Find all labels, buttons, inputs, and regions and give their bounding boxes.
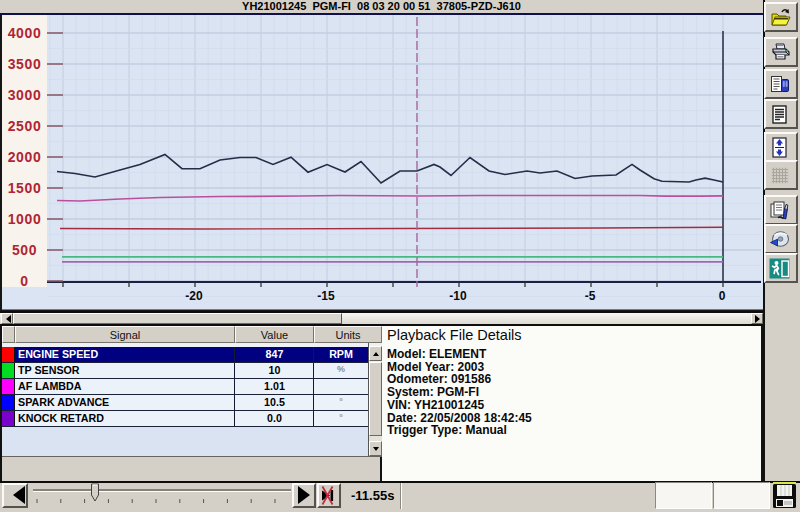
svg-text:-15: -15 [317, 289, 335, 303]
svg-text:0: 0 [719, 289, 726, 303]
svg-text:0: 0 [20, 273, 28, 289]
svg-text:-20: -20 [185, 289, 203, 303]
svg-text:-5: -5 [585, 289, 596, 303]
svg-text:500: 500 [12, 242, 37, 258]
svg-text:3000: 3000 [8, 87, 42, 103]
svg-text:2500: 2500 [8, 118, 42, 134]
svg-text:1500: 1500 [8, 180, 42, 196]
svg-text:1000: 1000 [8, 211, 42, 227]
svg-text:3500: 3500 [8, 56, 42, 72]
svg-text:2000: 2000 [8, 149, 42, 165]
svg-text:4000: 4000 [8, 25, 42, 41]
svg-text:-10: -10 [449, 289, 467, 303]
